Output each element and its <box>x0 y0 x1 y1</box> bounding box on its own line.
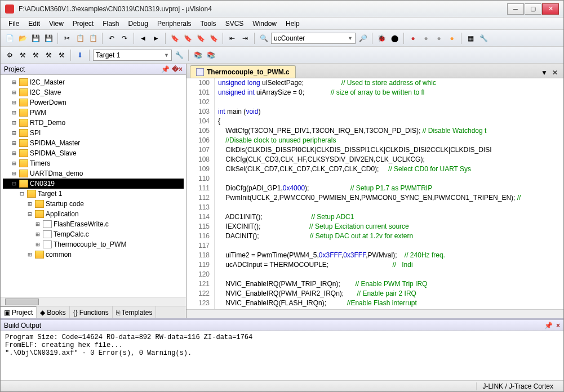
code-line[interactable]: IEXCINIT(); // Setup Excitation current … <box>218 222 563 231</box>
code-line[interactable]: WdtCfg(T3CON_PRE_DIV1,T3CON_IRQ_EN,T3CON… <box>218 126 563 136</box>
menu-view[interactable]: View <box>45 18 68 29</box>
tree-item-uartdma-demo[interactable]: ⊞UARTDma_demo <box>3 168 184 179</box>
code-line[interactable]: ClkSel(CLK_CD7,CLK_CD7,CLK_CD7,CLK_CD0);… <box>218 164 563 174</box>
expand-icon[interactable]: ⊞ <box>11 99 17 106</box>
code-line[interactable]: int main (void) <box>218 107 563 117</box>
project-tab-project[interactable]: ▣Project <box>1 306 37 318</box>
menu-svcs[interactable]: SVCS <box>221 18 248 29</box>
tree-item-tempcalc-c[interactable]: ⊞TempCalc.c <box>3 229 184 239</box>
expand-icon[interactable]: ⊞ <box>34 240 41 248</box>
menu-help[interactable]: Help <box>281 18 304 29</box>
code-line[interactable]: NVIC_EnableIRQ(PWM_PAIR2_IRQn); // Enabl… <box>218 289 563 299</box>
tree-item-cn0319[interactable]: ⊟CN0319 <box>3 179 184 189</box>
code-line[interactable]: ClkDis(CLKDIS_DISSPI0CLK|CLKDIS_DISSPI1C… <box>218 145 563 155</box>
menu-project[interactable]: Project <box>68 18 98 29</box>
save-button[interactable]: 💾 <box>30 33 41 44</box>
menu-file[interactable]: File <box>4 18 24 29</box>
tab-dropdown-icon[interactable]: ▼ <box>539 68 550 78</box>
pin-icon[interactable]: 📌 <box>161 65 170 73</box>
stop-build-icon[interactable]: ⚒ <box>56 50 67 61</box>
project-tab-functions[interactable]: {}Functions <box>70 306 113 318</box>
expand-icon[interactable]: ⊞ <box>11 170 17 177</box>
project-tab-books[interactable]: ◆Books <box>37 306 69 318</box>
red-dot-icon[interactable]: ● <box>407 33 419 44</box>
menu-window[interactable]: Window <box>248 18 281 29</box>
tree-item-timers[interactable]: ⊞Timers <box>3 158 184 168</box>
back-icon[interactable]: ◄ <box>137 33 149 44</box>
manage-books-icon[interactable]: 📚 <box>192 50 203 61</box>
code-line[interactable] <box>218 270 563 279</box>
close-button[interactable]: ✕ <box>542 3 559 15</box>
maximize-button[interactable]: ▢ <box>525 3 541 15</box>
indent-icon[interactable]: ⇤ <box>227 33 238 44</box>
code-line[interactable]: //Disable clock to unused peripherals <box>218 136 563 145</box>
tree-item-spidma-slave[interactable]: ⊞SPIDMA_Slave <box>3 148 184 158</box>
code-line[interactable]: NVIC_EnableIRQ(PWM_TRIP_IRQn); // Enable… <box>218 279 563 289</box>
window-layout-icon[interactable]: ▦ <box>465 33 476 44</box>
expand-icon[interactable]: ⊞ <box>26 251 33 259</box>
tree-item-thermocouple-to-pwm[interactable]: ⊞Thermocouple_to_PWM <box>3 239 184 250</box>
bookmark-prev-icon[interactable]: 🔖 <box>182 33 193 44</box>
tree-item-startup-code[interactable]: ⊞Startup code <box>3 199 184 209</box>
save-all-button[interactable]: 💾 <box>43 33 54 44</box>
outdent-icon[interactable]: ⇥ <box>239 33 251 44</box>
bookmark-next-icon[interactable]: 🔖 <box>195 33 206 44</box>
tree-item-pwm[interactable]: ⊞PWM <box>3 108 184 118</box>
bookmark-clear-icon[interactable]: 🔖 <box>208 33 219 44</box>
menu-debug[interactable]: Debug <box>124 18 153 29</box>
tree-item-spi[interactable]: ⊞SPI <box>3 128 184 138</box>
tab-close-icon[interactable]: ✕ <box>550 68 560 78</box>
tree-item-target-1[interactable]: ⊟Target 1 <box>3 189 184 199</box>
forward-icon[interactable]: ► <box>150 33 162 44</box>
tree-item-spidma-master[interactable]: ⊞SPIDMA_Master <box>3 138 184 148</box>
orange-dot-icon[interactable]: ● <box>446 33 458 44</box>
breakpoint-icon[interactable]: ⬤ <box>389 33 400 44</box>
bookmark-icon[interactable]: 🔖 <box>169 33 180 44</box>
project-tree[interactable]: ⊞I2C_Master⊞I2C_Slave⊞PowerDown⊞PWM⊞RTD_… <box>1 75 186 297</box>
code-line[interactable] <box>218 203 563 212</box>
cut-button[interactable]: ✂ <box>61 33 73 44</box>
configure-icon[interactable]: 🔧 <box>478 33 489 44</box>
tree-item-flasherasewrite-c[interactable]: ⊞FlashEraseWrite.c <box>3 219 184 229</box>
expand-icon[interactable]: ⊞ <box>26 200 33 208</box>
menu-flash[interactable]: Flash <box>98 18 123 29</box>
build-icon[interactable]: ⚒ <box>17 50 28 61</box>
code-line[interactable]: NVIC_EnableIRQ(FLASH_IRQn); //Enable Fla… <box>218 299 563 308</box>
code-line[interactable]: ADC1INIT(); // Setup ADC1 <box>218 212 563 222</box>
gray-dot2-icon[interactable]: ● <box>433 33 445 44</box>
new-button[interactable]: 📄 <box>4 33 15 44</box>
expand-icon[interactable]: ⊟ <box>19 190 25 198</box>
code-line[interactable]: uiTime2 = PwmTime(PWM4_5,0x3FFF,0x3FFF,P… <box>218 251 563 260</box>
code-line[interactable]: PwmInit(UCLK_2,PWMCON0_PWMIEN_EN,PWMCON0… <box>218 193 563 203</box>
editor-hscrollbar[interactable] <box>186 309 563 318</box>
editor-tab-active[interactable]: Thermocouple_to_PWM.c <box>190 65 296 78</box>
expand-icon[interactable]: ⊞ <box>11 149 17 157</box>
copy-button[interactable]: 📋 <box>74 33 86 44</box>
panel-close-icon[interactable]: �× <box>172 65 183 73</box>
code-area[interactable]: unsigned long ulSelectPage; // Used to s… <box>215 78 563 309</box>
menu-tools[interactable]: Tools <box>196 18 221 29</box>
project-hscrollbar[interactable] <box>1 297 186 306</box>
tree-item-powerdown[interactable]: ⊞PowerDown <box>3 97 184 108</box>
code-editor[interactable]: 1001011021031041051061071081091101111121… <box>186 78 563 309</box>
menu-edit[interactable]: Edit <box>24 18 45 29</box>
tree-item-i2c-slave[interactable]: ⊞I2C_Slave <box>3 87 184 97</box>
minimize-button[interactable]: ─ <box>507 3 524 15</box>
code-line[interactable] <box>218 97 563 107</box>
expand-icon[interactable]: ⊟ <box>11 180 17 188</box>
expand-icon[interactable]: ⊞ <box>34 220 41 228</box>
expand-icon[interactable]: ⊞ <box>11 109 17 117</box>
code-line[interactable] <box>218 241 563 251</box>
code-line[interactable]: DACINIT(); // Setup DAC out at 1.2v for … <box>218 231 563 241</box>
undo-button[interactable]: ↶ <box>106 33 117 44</box>
batch-build-icon[interactable]: ⚒ <box>43 50 54 61</box>
paste-button[interactable]: 📋 <box>87 33 99 44</box>
expand-icon[interactable]: ⊞ <box>11 78 17 86</box>
code-line[interactable]: ClkCfg(CLK_CD3,CLK_HF,CLKSYSDIV_DIV2EN,C… <box>218 155 563 164</box>
expand-icon[interactable]: ⊞ <box>11 159 17 167</box>
translate-icon[interactable]: ⚙ <box>4 50 15 61</box>
target-combo[interactable]: Target 1 ▼ <box>93 50 172 61</box>
code-line[interactable] <box>218 174 563 184</box>
code-line[interactable]: unsigned int uiArraySize = 0; // size of… <box>218 88 563 97</box>
rebuild-icon[interactable]: ⚒ <box>30 50 41 61</box>
